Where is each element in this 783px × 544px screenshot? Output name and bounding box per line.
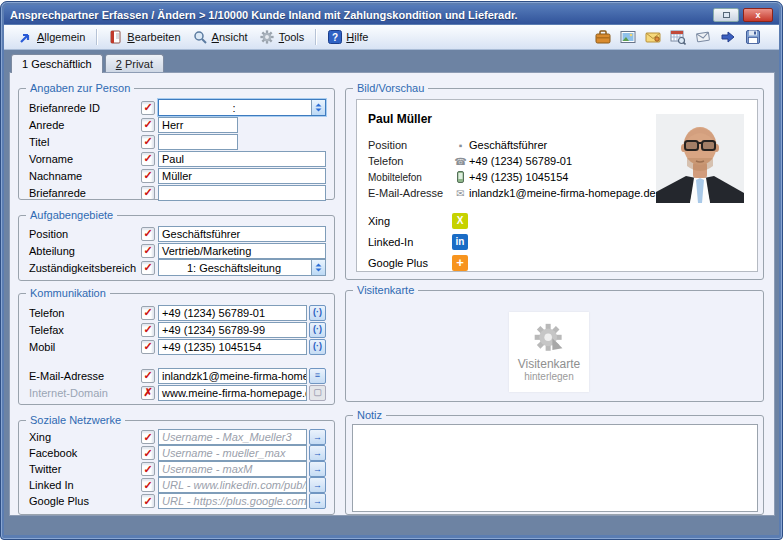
briefanrede-input[interactable] xyxy=(158,185,326,201)
email-input[interactable]: inlandzk1@meine-firma-homepage.de xyxy=(158,368,307,384)
menu-bearbeiten[interactable]: Bearbeiten xyxy=(102,28,186,47)
unchecked-icon[interactable]: ✗ xyxy=(141,386,155,400)
checked-icon[interactable]: ✓ xyxy=(141,446,155,460)
table-search-icon[interactable] xyxy=(669,29,686,46)
xing-input[interactable]: Username - Max_Mueller3 xyxy=(158,429,307,445)
checked-icon[interactable]: ✓ xyxy=(141,430,155,444)
group-bild-vorschau: Bild/Vorschau Paul Müller Position ▪ Ges… xyxy=(345,88,764,280)
field-label: Telefon xyxy=(29,307,141,319)
picture-icon[interactable] xyxy=(619,29,636,46)
open-link-button[interactable]: → xyxy=(309,493,326,509)
googleplus-input[interactable]: URL - https://plus.google.com/1239647 xyxy=(158,493,307,509)
telefax-input[interactable]: +49 (1234) 56789-99 xyxy=(158,322,307,338)
field-label: Briefanrede ID xyxy=(29,102,141,114)
save-icon[interactable] xyxy=(744,29,761,46)
preview-social: Xing X Linked-In in Google Plus + xyxy=(368,210,468,273)
restore-button[interactable] xyxy=(713,8,739,22)
checked-icon[interactable]: ✓ xyxy=(141,118,155,132)
preview-row-telefon: Telefon ☎ +49 (1234) 56789-01 xyxy=(368,153,647,169)
spinner-icon[interactable] xyxy=(311,260,325,275)
menu-hilfe[interactable]: ? Hilfe xyxy=(321,28,374,47)
mail-icon[interactable] xyxy=(694,29,711,46)
group-kommunikation: Kommunikation Telefon ✓ +49 (1234) 56789… xyxy=(18,293,335,405)
menu-tools[interactable]: Tools xyxy=(254,28,311,47)
field-label: Position xyxy=(29,228,141,240)
open-link-button[interactable]: → xyxy=(309,477,326,493)
tab-geschaeftlich[interactable]: 1 Geschäftlich xyxy=(11,54,103,73)
telefon-input[interactable]: +49 (1234) 56789-01 xyxy=(158,305,307,321)
checked-icon[interactable]: ✓ xyxy=(141,306,155,320)
abteilung-input[interactable]: Vertrieb/Marketing xyxy=(158,243,326,259)
spinner-icon[interactable] xyxy=(311,100,325,115)
field-label: Telefax xyxy=(29,324,141,336)
group-title: Bild/Vorschau xyxy=(353,82,428,95)
field-label: E-Mail-Adresse xyxy=(29,370,141,382)
placeholder-line1: Visitenkarte xyxy=(518,357,580,371)
checked-icon[interactable]: ✓ xyxy=(141,186,155,200)
twitter-input[interactable]: Username - maxM xyxy=(158,461,307,477)
linkedin-icon[interactable]: in xyxy=(452,234,468,250)
group-notiz: Notiz xyxy=(345,415,764,515)
tab-privat[interactable]: 2 Privat xyxy=(105,54,164,73)
checked-icon[interactable]: ✓ xyxy=(141,369,155,383)
checked-icon[interactable]: ✓ xyxy=(141,478,155,492)
preview-card: Paul Müller Position ▪ Geschäftsführer T… xyxy=(356,99,758,272)
visitenkarte-placeholder[interactable]: Visitenkarte hinterlegen xyxy=(509,312,589,392)
checked-icon[interactable]: ✓ xyxy=(141,101,155,115)
facebook-input[interactable]: Username - mueller_max xyxy=(158,445,307,461)
field-label: Titel xyxy=(29,136,141,148)
position-input[interactable]: Geschäftsführer xyxy=(158,226,326,242)
dial-button[interactable]: (·) xyxy=(309,339,326,355)
checked-icon[interactable]: ✓ xyxy=(141,244,155,258)
open-link-button[interactable]: → xyxy=(309,461,326,477)
preview-row-position: Position ▪ Geschäftsführer xyxy=(368,137,647,153)
field-label: Facebook xyxy=(29,447,141,459)
checked-icon[interactable]: ✓ xyxy=(141,462,155,476)
field-row-briefanrede-id: Briefanrede ID ✓ : xyxy=(29,99,326,116)
mobile-icon xyxy=(452,171,469,183)
checked-icon[interactable]: ✓ xyxy=(141,340,155,354)
checked-icon[interactable]: ✓ xyxy=(141,152,155,166)
checked-icon[interactable]: ✓ xyxy=(141,169,155,183)
field-row-telefon: Telefon ✓ +49 (1234) 56789-01 (·) xyxy=(29,304,326,321)
zustaendigkeitsbereich-combo[interactable]: 1: Geschäftsleitung xyxy=(158,259,326,276)
contact-edit-icon[interactable] xyxy=(644,29,661,46)
preview-row-linkedin: Linked-In in xyxy=(368,231,468,252)
disabled-button: ▢ xyxy=(309,385,326,401)
email-menu-button[interactable]: ≡ xyxy=(309,368,326,384)
checked-icon[interactable]: ✓ xyxy=(141,494,155,508)
open-link-button[interactable]: → xyxy=(309,445,326,461)
menu-label: Ansicht xyxy=(212,31,248,43)
menu-allgemein[interactable]: Allgemein xyxy=(12,28,91,47)
linkedin-input[interactable]: URL - www.linkedin.com/pub/max_muell xyxy=(158,477,307,493)
field-label: Zuständigkeitsbereich xyxy=(29,262,141,274)
checked-icon[interactable]: ✓ xyxy=(141,261,155,275)
menu-ansicht[interactable]: Ansicht xyxy=(187,28,254,47)
titel-input[interactable] xyxy=(158,134,238,150)
close-button[interactable]: x xyxy=(743,8,773,22)
menu-separator xyxy=(96,29,97,45)
forward-icon[interactable] xyxy=(719,29,736,46)
googleplus-icon[interactable]: + xyxy=(452,255,468,271)
notiz-textarea[interactable] xyxy=(352,424,758,512)
gear-icon xyxy=(260,30,275,45)
dial-button[interactable]: (·) xyxy=(309,322,326,338)
preview-row-mobiltelefon: Mobiltelefon +49 (1235) 1045154 xyxy=(368,169,647,185)
briefcase-icon[interactable] xyxy=(594,29,611,46)
anrede-input[interactable]: Herr xyxy=(158,117,238,133)
checked-icon[interactable]: ✓ xyxy=(141,135,155,149)
placeholder-line2: hinterlegen xyxy=(524,371,573,382)
checked-icon[interactable]: ✓ xyxy=(141,323,155,337)
open-link-button[interactable]: → xyxy=(309,429,326,445)
internet-domain-input[interactable]: www.meine-firma-homepage.de xyxy=(158,385,307,401)
xing-icon[interactable]: X xyxy=(452,213,468,229)
mobil-input[interactable]: +49 (1235) 1045154 xyxy=(158,339,307,355)
preview-row-googleplus: Google Plus + xyxy=(368,252,468,273)
dial-button[interactable]: (·) xyxy=(309,305,326,321)
checked-icon[interactable]: ✓ xyxy=(141,227,155,241)
briefanrede-id-combo[interactable]: : xyxy=(158,99,326,116)
nachname-input[interactable]: Müller xyxy=(158,168,326,184)
group-title: Notiz xyxy=(353,409,386,422)
vorname-input[interactable]: Paul xyxy=(158,151,326,167)
svg-text:?: ? xyxy=(332,32,338,43)
